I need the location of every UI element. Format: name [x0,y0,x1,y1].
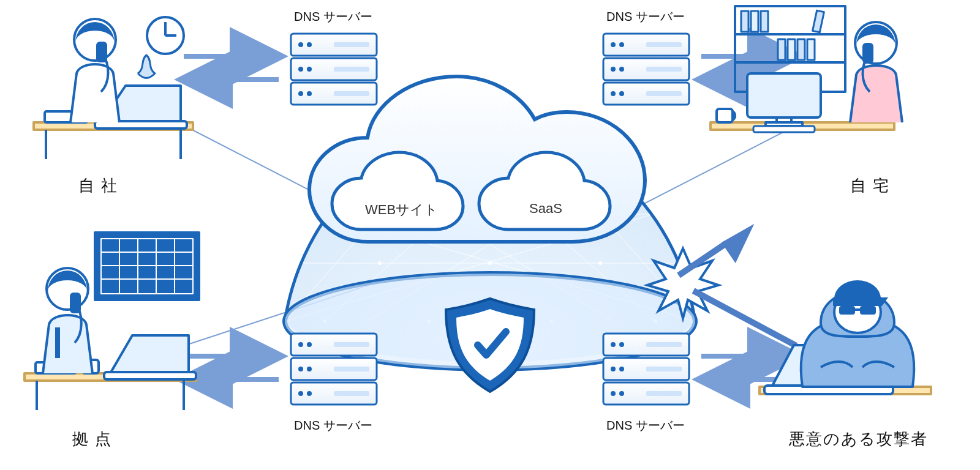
svg-point-32 [598,261,602,265]
endpoint-company-label: 自 社 [78,175,118,196]
svg-rect-115 [860,306,876,315]
svg-point-51 [307,67,312,72]
svg-point-28 [678,212,682,216]
svg-point-31 [488,261,492,265]
svg-rect-77 [741,11,748,32]
svg-rect-87 [747,73,821,118]
svg-rect-52 [334,67,369,72]
svg-rect-109 [55,327,60,358]
dns-server-tr-icon [603,34,689,105]
svg-rect-82 [797,39,805,60]
svg-point-29 [283,261,287,265]
svg-point-17 [568,105,571,109]
dns-label-tr: DNS サーバー [606,9,685,25]
dns-server-tl-icon [291,34,377,105]
svg-rect-90 [753,126,815,132]
svg-rect-86 [717,109,733,122]
svg-point-25 [298,212,302,216]
diagram-svg [0,0,980,470]
svg-point-18 [329,142,333,146]
svg-rect-84 [813,10,824,32]
svg-rect-83 [807,39,815,60]
svg-rect-79 [761,11,768,32]
dns-server-br-icon [603,334,689,405]
svg-rect-110 [71,294,80,312]
svg-rect-78 [751,11,758,32]
svg-point-54 [307,91,312,96]
dns-security-diagram: DNS サーバー DNS サーバー DNS サーバー DNS サーバー WEBサ… [0,0,980,470]
svg-point-50 [298,67,303,72]
svg-rect-92 [864,44,872,62]
svg-rect-80 [778,39,785,60]
endpoint-home-label: 自 宅 [850,175,890,196]
dns-label-bl: DNS サーバー [294,417,372,434]
svg-rect-107 [104,372,196,379]
svg-rect-81 [788,39,795,60]
home-icon [710,6,902,132]
svg-rect-73 [97,43,106,61]
branch-icon [24,233,199,410]
svg-point-48 [307,42,312,47]
cloud-saas-label: SaaS [529,201,562,217]
shield-icon [446,299,534,392]
svg-point-47 [298,42,303,47]
svg-marker-43 [726,231,747,257]
dns-label-tl: DNS サーバー [294,9,372,25]
company-icon [34,17,193,159]
cloud-web-label: WEBサイト [365,201,438,219]
svg-point-30 [378,261,382,265]
svg-rect-55 [334,91,369,96]
endpoint-branch-label: 拠 点 [72,428,112,450]
dns-server-bl-icon [291,334,377,405]
svg-point-19 [647,142,651,146]
svg-line-41 [693,291,796,346]
svg-rect-114 [839,306,855,315]
dns-label-br: DNS サーバー [606,417,685,434]
svg-point-53 [298,91,303,96]
endpoint-attacker-label: 悪意のある攻撃者 [789,428,928,450]
svg-rect-49 [334,42,369,47]
